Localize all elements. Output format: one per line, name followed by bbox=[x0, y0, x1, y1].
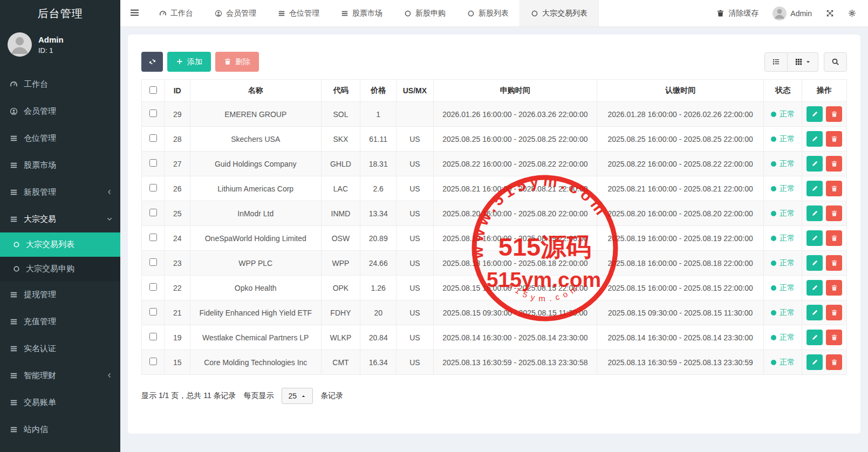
cell-market: US bbox=[397, 226, 434, 251]
cell-code: OSW bbox=[321, 226, 360, 251]
cell-subscribe-time: 2025.08.15 09:30:00 - 2025.08.15 11:30:0… bbox=[597, 300, 763, 325]
sidebar-item-0[interactable]: 工作台 bbox=[0, 71, 120, 98]
cell-price: 18.31 bbox=[360, 152, 397, 176]
refresh-button[interactable] bbox=[141, 52, 163, 72]
row-delete-button[interactable] bbox=[826, 131, 842, 147]
column-header-7: 状态 bbox=[764, 80, 802, 102]
row-checkbox[interactable] bbox=[149, 283, 157, 291]
edit-button[interactable] bbox=[807, 106, 823, 122]
status-dot bbox=[771, 136, 776, 142]
cell-price: 20.84 bbox=[360, 325, 397, 350]
sidebar-item-3[interactable]: 股票市场 bbox=[0, 152, 120, 179]
cell-market: US bbox=[397, 350, 434, 375]
delete-button[interactable]: 删除 bbox=[215, 52, 259, 72]
sidebar-item-9[interactable]: 智能理财 bbox=[0, 362, 120, 389]
listview-icon bbox=[772, 57, 780, 66]
cell-status: 正常 bbox=[764, 226, 802, 251]
list-icon bbox=[10, 399, 24, 407]
edit-button[interactable] bbox=[807, 280, 823, 296]
cell-actions bbox=[802, 176, 847, 201]
row-checkbox[interactable] bbox=[149, 134, 157, 142]
row-checkbox[interactable] bbox=[149, 159, 157, 167]
row-select-cell bbox=[142, 176, 165, 201]
nav-tab-label: 大宗交易列表 bbox=[542, 9, 587, 18]
edit-button[interactable] bbox=[807, 230, 823, 246]
sidebar-item-1[interactable]: 会员管理 bbox=[0, 98, 120, 125]
sidebar-item-6[interactable]: 提现管理 bbox=[0, 281, 120, 308]
row-delete-button[interactable] bbox=[826, 181, 842, 196]
circle-icon bbox=[404, 10, 412, 17]
nav-tab-1[interactable]: 会员管理 bbox=[204, 0, 267, 26]
search-button[interactable] bbox=[824, 52, 847, 72]
row-delete-button[interactable] bbox=[826, 255, 842, 271]
row-delete-button[interactable] bbox=[826, 106, 842, 122]
cell-apply-time: 2025.08.21 16:00:00 - 2025.08.21 22:00:0… bbox=[433, 176, 597, 201]
sidebar-subitem-5-0[interactable]: 大宗交易列表 bbox=[0, 232, 120, 257]
gears-icon[interactable] bbox=[848, 9, 856, 17]
row-delete-button[interactable] bbox=[826, 330, 842, 345]
cell-apply-time: 2025.08.22 16:00:00 - 2025.08.22 22:00:0… bbox=[433, 152, 597, 176]
sidebar-item-10[interactable]: 交易账单 bbox=[0, 389, 120, 416]
edit-button[interactable] bbox=[807, 305, 823, 320]
row-checkbox[interactable] bbox=[149, 258, 157, 266]
sidebar-subitem-label: 大宗交易列表 bbox=[26, 239, 74, 250]
row-checkbox[interactable] bbox=[149, 308, 157, 316]
row-checkbox[interactable] bbox=[149, 234, 157, 241]
edit-button[interactable] bbox=[807, 206, 823, 221]
edit-button[interactable] bbox=[807, 330, 823, 345]
row-checkbox[interactable] bbox=[149, 333, 157, 340]
row-checkbox[interactable] bbox=[149, 209, 157, 216]
nav-tab-6[interactable]: 大宗交易列表 bbox=[520, 0, 599, 26]
cell-actions bbox=[802, 226, 847, 251]
nav-tab-0[interactable]: 工作台 bbox=[148, 0, 204, 26]
table-row: 29EMEREN GROUPSOL12026.01.26 16:00:00 - … bbox=[142, 102, 847, 127]
nav-tab-4[interactable]: 新股申购 bbox=[393, 0, 456, 26]
cell-subscribe-time: 2025.08.13 16:30:59 - 2025.08.13 23:30:5… bbox=[597, 350, 763, 375]
edit-button[interactable] bbox=[807, 354, 823, 370]
table-row: 27Guid Holdings CompanyGHLD18.31US2025.0… bbox=[142, 152, 847, 176]
status-dot bbox=[771, 112, 776, 117]
sidebar-item-label: 工作台 bbox=[24, 79, 113, 90]
cell-subscribe-time: 2025.08.19 16:00:00 - 2025.08.19 22:00:0… bbox=[597, 226, 763, 251]
row-delete-button[interactable] bbox=[826, 206, 842, 221]
top-navbar: 工作台会员管理仓位管理股票市场新股申购新股列表大宗交易列表 清除缓存 Admin bbox=[120, 0, 868, 27]
add-button[interactable]: 添加 bbox=[167, 52, 211, 72]
edit-button[interactable] bbox=[807, 181, 823, 196]
row-delete-button[interactable] bbox=[826, 354, 842, 370]
row-checkbox[interactable] bbox=[149, 358, 157, 365]
row-checkbox[interactable] bbox=[149, 184, 157, 191]
list-view-button[interactable] bbox=[764, 52, 788, 72]
cell-price: 24.66 bbox=[360, 251, 397, 276]
sidebar-toggle-button[interactable] bbox=[120, 0, 148, 26]
per-page-select[interactable]: 25 bbox=[282, 388, 313, 404]
sidebar-item-8[interactable]: 实名认证 bbox=[0, 335, 120, 362]
clear-cache-button[interactable]: 清除缓存 bbox=[716, 9, 758, 18]
cell-market: US bbox=[397, 152, 434, 176]
edit-button[interactable] bbox=[807, 131, 823, 147]
cell-status: 正常 bbox=[764, 201, 802, 226]
sidebar-item-7[interactable]: 充值管理 bbox=[0, 308, 120, 335]
nav-tab-3[interactable]: 股票市场 bbox=[330, 0, 393, 26]
sidebar-item-label: 实名认证 bbox=[24, 344, 113, 354]
nav-tab-5[interactable]: 新股列表 bbox=[456, 0, 520, 26]
row-delete-button[interactable] bbox=[826, 280, 842, 296]
sidebar-item-5[interactable]: 大宗交易 bbox=[0, 206, 120, 232]
row-delete-button[interactable] bbox=[826, 305, 842, 320]
edit-button[interactable] bbox=[807, 255, 823, 271]
row-delete-button[interactable] bbox=[826, 230, 842, 246]
row-delete-button[interactable] bbox=[826, 156, 842, 172]
cell-actions bbox=[802, 276, 847, 300]
edit-button[interactable] bbox=[807, 156, 823, 172]
sidebar-subitem-5-1[interactable]: 大宗交易申购 bbox=[0, 257, 120, 281]
columns-dropdown-button[interactable] bbox=[788, 52, 818, 72]
menu-icon bbox=[130, 8, 139, 19]
select-all-checkbox[interactable] bbox=[149, 86, 157, 94]
sidebar-item-2[interactable]: 仓位管理 bbox=[0, 125, 120, 152]
fullscreen-icon[interactable] bbox=[826, 9, 834, 17]
sidebar-item-11[interactable]: 站内信 bbox=[0, 416, 120, 443]
sidebar-item-4[interactable]: 新股管理 bbox=[0, 179, 120, 206]
nav-tab-2[interactable]: 仓位管理 bbox=[267, 0, 330, 26]
user-menu[interactable]: Admin bbox=[773, 6, 812, 20]
row-checkbox[interactable] bbox=[149, 109, 157, 117]
cell-status: 正常 bbox=[764, 127, 802, 152]
